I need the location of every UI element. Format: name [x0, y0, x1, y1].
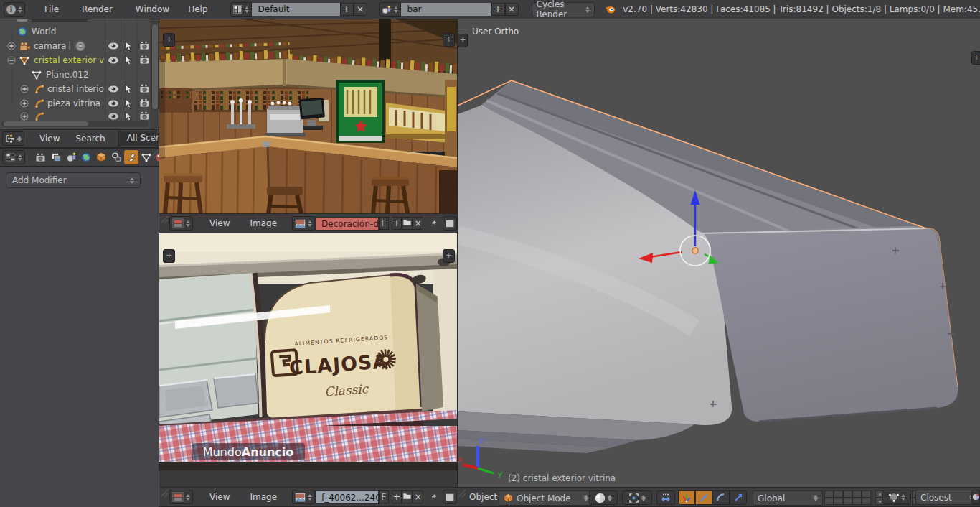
render-engine-dropdown[interactable]: Cycles Render — [532, 2, 595, 17]
tab-modifiers-active[interactable] — [124, 150, 138, 164]
expand-plus-icon[interactable] — [7, 42, 16, 50]
rotate-arc-button[interactable] — [712, 490, 730, 505]
region-expand-plus[interactable]: + — [443, 33, 455, 47]
image-browse-button[interactable] — [292, 216, 315, 231]
add-modifier-dropdown[interactable]: Add Modifier — [6, 172, 141, 188]
scale-manipulator-button[interactable] — [730, 490, 747, 505]
tab-scene[interactable] — [64, 150, 78, 164]
renderability-camera-icon[interactable] — [139, 55, 151, 65]
selectability-cursor-icon[interactable] — [124, 84, 133, 94]
selectability-cursor-icon[interactable] — [124, 98, 133, 108]
corner-resize-grip[interactable] — [160, 489, 169, 498]
region-expand-plus[interactable]: + — [971, 51, 980, 65]
selectability-cursor-icon[interactable] — [124, 55, 133, 65]
corner-resize-grip[interactable] — [149, 149, 159, 159]
properties-editor-type-button[interactable] — [2, 150, 25, 164]
scene-name-field[interactable]: bar — [401, 3, 491, 16]
unlink-image-button[interactable]: × — [413, 217, 423, 230]
pin-icon[interactable] — [430, 492, 438, 503]
collapse-minus-icon[interactable] — [7, 56, 16, 65]
outliner-editor-type-button[interactable] — [2, 131, 24, 146]
image-image-menu[interactable]: Image — [243, 218, 283, 228]
unlink-image-button[interactable]: × — [413, 490, 423, 503]
outliner-search-menu[interactable]: Search — [69, 134, 111, 144]
outliner-view-menu[interactable]: View — [33, 134, 66, 144]
image-view-menu[interactable]: View — [203, 492, 236, 502]
viewport-shading-dropdown[interactable] — [589, 490, 618, 505]
tab-world[interactable] — [79, 150, 93, 164]
region-expand-plus[interactable]: + — [163, 249, 175, 263]
image-editor-type-button[interactable] — [169, 216, 193, 231]
outliner-icon — [5, 134, 15, 144]
bar-photo[interactable] — [159, 19, 457, 213]
new-image-button[interactable]: + — [392, 490, 402, 503]
selectability-cursor-icon[interactable] — [124, 41, 133, 51]
outliner-row-plane012[interactable]: Plane.012 — [0, 68, 159, 82]
menu-help[interactable]: Help — [182, 4, 214, 14]
visibility-eye-icon[interactable] — [108, 99, 119, 108]
vitrina-model[interactable] — [458, 80, 958, 453]
outliner-row-world[interactable]: World — [0, 24, 159, 39]
expand-plus-icon[interactable] — [20, 85, 29, 93]
image-editor-type-button[interactable] — [169, 490, 193, 504]
renderability-camera-icon[interactable] — [139, 41, 151, 50]
transform-orientation-dropdown[interactable]: Global — [753, 490, 823, 506]
fake-user-button[interactable]: F — [379, 217, 388, 230]
scene-icon-button[interactable] — [379, 2, 401, 17]
pivot-point-dropdown[interactable] — [622, 490, 652, 505]
tab-render[interactable] — [34, 150, 48, 164]
visibility-eye-icon[interactable] — [108, 56, 119, 65]
menu-window[interactable]: Window — [129, 4, 176, 14]
tab-render-layers[interactable] — [49, 150, 63, 164]
expand-plus-icon[interactable] — [20, 99, 29, 108]
visibility-eye-icon[interactable] — [108, 42, 119, 50]
image-name-field[interactable]: Decoración-de-bare... — [315, 217, 379, 231]
mode-dropdown[interactable]: Object Mode — [499, 490, 593, 506]
region-expand-plus[interactable]: + — [163, 33, 175, 47]
translate-manipulator-button[interactable] — [678, 490, 695, 505]
image-browse-button[interactable] — [292, 490, 315, 504]
menu-file[interactable]: File — [38, 4, 65, 14]
delete-scene-button[interactable]: × — [505, 3, 519, 16]
outliner-row-pieza-vitrina[interactable]: pieza vitrina — [0, 96, 159, 111]
add-layout-button[interactable]: + — [340, 3, 354, 16]
corner-resize-grip[interactable] — [149, 131, 159, 141]
vitrina-photo[interactable]: ALIMENTOS REFRIGERADOS CLAJOSA Classic — [159, 233, 457, 470]
new-image-button[interactable]: + — [392, 217, 402, 230]
image-view-menu[interactable]: View — [203, 218, 236, 228]
visibility-eye-icon[interactable] — [108, 85, 119, 93]
menu-render[interactable]: Render — [75, 4, 119, 14]
image-image-menu[interactable]: Image — [243, 492, 283, 502]
open-image-button[interactable] — [402, 217, 413, 230]
horizontal-scrollbar-thumb[interactable] — [4, 121, 88, 126]
open-image-button[interactable] — [402, 490, 413, 503]
tab-constraints[interactable] — [109, 150, 123, 164]
opengl-render-button[interactable] — [971, 490, 980, 504]
add-scene-button[interactable]: + — [491, 3, 505, 16]
layers-group-1[interactable] — [824, 490, 871, 505]
pin-icon[interactable] — [430, 218, 438, 229]
outliner-row-camara[interactable]: camara | — [0, 39, 159, 53]
viewport-3d[interactable]: z x y User Ortho (2) cristal exterior vi… — [457, 19, 980, 487]
fake-user-button[interactable]: F — [379, 490, 388, 503]
outliner-row-active-object[interactable]: cristal exterior vi — [0, 53, 159, 68]
screen-layout-icon-button[interactable] — [230, 2, 252, 17]
rotate-manipulator-button[interactable] — [695, 490, 712, 505]
pivot-icon — [628, 493, 639, 503]
screen-layout-name-field[interactable]: Default — [252, 3, 340, 16]
region-expand-plus[interactable]: + — [458, 34, 468, 47]
delete-layout-button[interactable]: × — [354, 3, 367, 16]
vertical-scrollbar-thumb[interactable] — [151, 24, 159, 110]
manipulator-toggle[interactable] — [656, 490, 675, 505]
corner-resize-grip[interactable] — [160, 215, 169, 224]
info-editor-button[interactable]: i — [4, 2, 25, 17]
tab-object[interactable] — [94, 150, 108, 164]
snap-target-dropdown[interactable]: Closest — [915, 490, 979, 505]
outliner-row-cristal-interior[interactable]: cristal interio — [0, 82, 159, 96]
image-name-field[interactable]: f_40062...240.jpeg — [315, 490, 379, 504]
snap-element-dropdown[interactable] — [882, 490, 911, 504]
renderability-camera-icon[interactable] — [139, 98, 151, 108]
region-expand-plus[interactable]: + — [443, 249, 455, 263]
object-menu[interactable]: Object — [463, 492, 504, 502]
renderability-camera-icon[interactable] — [139, 84, 151, 93]
